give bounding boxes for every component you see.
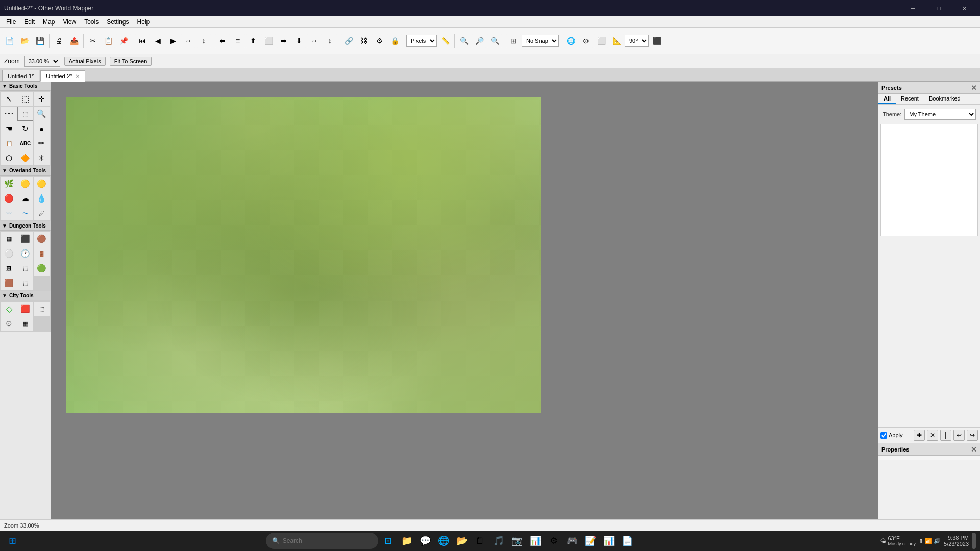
export-button[interactable]: 📤 — [67, 34, 81, 48]
mountains-tool[interactable]: 🟡 — [34, 177, 50, 191]
menu-map[interactable]: Map — [39, 17, 59, 27]
snap-combo[interactable]: No Snap — [522, 35, 559, 47]
cut-button[interactable]: ✂ — [86, 34, 100, 48]
system-tray[interactable]: ⬆ 📶 🔊 — [919, 538, 941, 544]
align-bottom-button[interactable]: ⬇ — [292, 34, 306, 48]
copy-button[interactable]: 📋 — [101, 34, 115, 48]
save-file-button[interactable]: 💾 — [33, 34, 47, 48]
angle-button[interactable]: 📐 — [609, 34, 624, 48]
minimize-button[interactable]: ─ — [901, 0, 925, 16]
link-button[interactable]: 🔗 — [341, 34, 356, 48]
dungeon-stone-tool[interactable]: 🟫 — [1, 276, 17, 290]
presets-close-button[interactable]: ✕ — [971, 84, 977, 92]
presets-tab-all[interactable]: All — [878, 94, 896, 104]
taskbar-app3[interactable]: 📄 — [619, 533, 635, 549]
clock[interactable]: 9:38 PM 5/23/2023 — [944, 535, 969, 547]
road-tool[interactable]: 🔴 — [1, 191, 17, 206]
basic-tools-header[interactable]: ▼ Basic Tools — [0, 82, 51, 91]
taskbar-file-explorer[interactable]: 📁 — [399, 533, 415, 549]
city-block-tool[interactable]: ⬚ — [34, 302, 50, 316]
canvas-area[interactable] — [51, 82, 878, 519]
circle-fill-tool[interactable]: ● — [34, 121, 50, 136]
dungeon-select-tool[interactable]: ⬚ — [17, 261, 33, 276]
menu-file[interactable]: File — [2, 17, 20, 27]
prev-button[interactable]: ◀ — [151, 34, 165, 48]
menu-view[interactable]: View — [59, 17, 80, 27]
stretch-h-button[interactable]: ↔ — [307, 34, 322, 48]
angle-combo[interactable]: 90° — [625, 35, 649, 47]
redo-preset-button[interactable]: ↪ — [967, 430, 978, 441]
presets-tab-bookmarked[interactable]: Bookmarked — [924, 94, 966, 104]
taskbar-word[interactable]: 📝 — [582, 533, 599, 549]
zoom-out-button[interactable]: 🔍 — [457, 34, 471, 48]
first-button[interactable]: ⏮ — [135, 34, 150, 48]
river-tool[interactable]: 〰 — [1, 206, 17, 220]
overland-pen-tool[interactable]: 🖊 — [34, 206, 50, 220]
dungeon-pillar-tool[interactable]: 🟤 — [34, 232, 50, 246]
forest-tool[interactable]: 🌿 — [1, 177, 17, 191]
menu-settings[interactable]: Settings — [103, 17, 133, 27]
taskbar-chat[interactable]: 💬 — [417, 533, 433, 549]
taskbar-music[interactable]: 🎵 — [491, 533, 507, 549]
menu-tools[interactable]: Tools — [80, 17, 103, 27]
tab-untitled2-close[interactable]: ✕ — [76, 73, 80, 79]
unlink-button[interactable]: ⛓ — [357, 34, 371, 48]
overland-tools-header[interactable]: ▼ Overland Tools — [0, 166, 51, 176]
zoom-in-button[interactable]: 🔍 — [487, 34, 502, 48]
new-file-button[interactable]: 📄 — [2, 34, 16, 48]
open-file-button[interactable]: 📂 — [17, 34, 32, 48]
flip-v-button[interactable]: ↕ — [197, 34, 211, 48]
ruler-button[interactable]: 📏 — [438, 34, 452, 48]
maximize-button[interactable]: □ — [927, 0, 950, 16]
rotate-tool[interactable]: ↻ — [17, 121, 33, 136]
delete-preset-button[interactable]: ✕ — [927, 430, 938, 441]
align-left-button[interactable]: ⬅ — [215, 34, 230, 48]
dungeon-tools-header[interactable]: ▼ Dungeon Tools — [0, 221, 51, 231]
image-tool[interactable]: 📋 — [1, 136, 17, 151]
presets-tab-recent[interactable]: Recent — [896, 94, 924, 104]
align-middle-button[interactable]: ⬜ — [261, 34, 276, 48]
next-button[interactable]: ▶ — [166, 34, 180, 48]
city-circle-tool[interactable]: ⊙ — [1, 316, 17, 331]
city-grid-tool[interactable]: ▦ — [17, 316, 33, 331]
pen-tool[interactable]: ✏ — [34, 136, 50, 151]
taskbar-edge[interactable]: 🌐 — [435, 533, 452, 549]
zoom-tool[interactable]: 🔍 — [34, 107, 50, 121]
taskbar-excel[interactable]: 📊 — [527, 533, 544, 549]
zoom-combo[interactable]: 33.00 % — [24, 56, 60, 67]
rect-view-button[interactable]: ⬜ — [594, 34, 608, 48]
dungeon-gate-tool[interactable]: 🚪 — [34, 246, 50, 261]
close-button[interactable]: ✕ — [952, 0, 976, 16]
city-district-tool[interactable]: ◇ — [1, 302, 17, 316]
coast-tool[interactable]: 〜 — [17, 206, 33, 220]
zoom-reset-button[interactable]: 🔎 — [472, 34, 486, 48]
tab-untitled2[interactable]: Untitled-2* ✕ — [40, 70, 85, 82]
taskbar-game[interactable]: 🎮 — [564, 533, 580, 549]
taskbar-settings[interactable]: ⚙ — [546, 533, 562, 549]
dungeon-door-tool[interactable]: ⚪ — [1, 246, 17, 261]
select-tool[interactable]: ↖ — [1, 92, 17, 106]
apply-checkbox[interactable] — [880, 432, 887, 439]
dungeon-image-tool[interactable]: 🖼 — [1, 261, 17, 276]
print-button[interactable]: 🖨 — [52, 34, 66, 48]
start-button[interactable]: ⊞ — [4, 533, 20, 549]
taskbar-folder[interactable]: 📂 — [454, 533, 470, 549]
tools-button[interactable]: ⚙ — [372, 34, 386, 48]
dungeon-room-tool[interactable]: ⬛ — [17, 232, 33, 246]
search-input[interactable] — [283, 537, 372, 544]
paste-button[interactable]: 📌 — [116, 34, 131, 48]
circle-view-button[interactable]: ⊙ — [579, 34, 593, 48]
dungeon-wall-tool[interactable]: ▦ — [1, 232, 17, 246]
units-combo[interactable]: Pixels — [406, 35, 437, 47]
globe-button[interactable]: 🌐 — [564, 34, 578, 48]
dungeon-trap-tool[interactable]: 🕐 — [17, 246, 33, 261]
select-rect-tool[interactable]: ⬚ — [17, 92, 33, 106]
new-preset-button[interactable]: ✚ — [914, 430, 925, 441]
theme-combo[interactable]: My Theme — [904, 109, 976, 120]
menu-edit[interactable]: Edit — [20, 17, 39, 27]
stretch-v-button[interactable]: ↕ — [323, 34, 337, 48]
star-tool[interactable]: ✳ — [34, 151, 50, 165]
text-tool[interactable]: ABC — [17, 136, 33, 151]
city-tools-header[interactable]: ▼ City Tools — [0, 291, 51, 300]
water-tool[interactable]: 💧 — [34, 191, 50, 206]
